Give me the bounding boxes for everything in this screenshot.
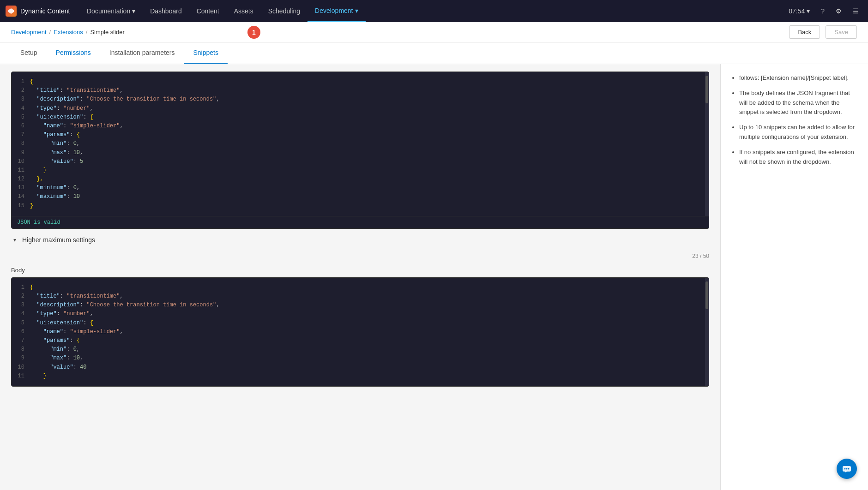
breadcrumb-actions: Back Save [789,25,857,39]
tab-snippets[interactable]: Snippets [184,42,227,64]
help-list: follows: [Extension name]/[Snippet label… [730,73,859,167]
line-numbers-1: 12345 678910 1112131415 [12,72,28,216]
nav-dashboard[interactable]: Dashboard [143,0,189,22]
section-toggle-icon: ▾ [11,236,18,244]
help-item-3: Up to 10 snippets can be added to allow … [739,123,859,142]
tabs-bar: Setup Permissions Installation parameter… [0,42,868,64]
code-text-1: { "title": "transitiontime", "descriptio… [28,72,705,216]
json-valid-message-1: JSON is valid [12,216,709,228]
svg-point-2 [844,468,846,470]
nav-assets[interactable]: Assets [227,0,261,22]
breadcrumb-current: Simple slider [90,29,124,36]
help-icon: ? [821,7,825,15]
user-icon: ☰ [853,7,859,15]
tab-setup[interactable]: Setup [11,42,47,64]
scrollbar-thumb-2 [705,281,708,309]
nav-right-section: 07:54 ▾ ? ⚙ ☰ [785,7,862,15]
left-panel: 12345 678910 1112131415 { "title": "tran… [0,64,720,490]
section-title: Higher maximum settings [22,236,95,244]
main-content: 12345 678910 1112131415 { "title": "tran… [0,64,868,490]
app-title: Dynamic Content [20,7,70,15]
tab-permissions[interactable]: Permissions [47,42,100,64]
nav-settings[interactable]: ⚙ [832,7,845,15]
breadcrumb-sep-1: / [49,29,51,36]
chevron-down-icon: ▾ [807,7,810,15]
nav-development[interactable]: Development ▾ [307,0,366,22]
nav-user[interactable]: ☰ [849,7,862,15]
code-scrollbar-2[interactable] [705,278,709,386]
gear-icon: ⚙ [836,7,842,15]
app-logo[interactable]: Dynamic Content [6,6,79,17]
help-item-4: If no snippets are configured, the exten… [739,148,859,167]
chevron-down-icon: ▾ [355,7,358,14]
chatbot-button[interactable] [837,459,857,479]
help-item-2: The body defines the JSON fragment that … [739,89,859,117]
breadcrumb-sep-2: / [86,29,88,36]
right-panel: follows: [Extension name]/[Snippet label… [720,64,868,490]
section-higher-maximum[interactable]: ▾ Higher maximum settings [0,229,720,251]
line-numbers-2: 12345 678910 11 [12,278,28,386]
char-count: 23 / 50 [0,251,720,263]
breadcrumb-extensions[interactable]: Extensions [54,29,83,36]
nav-help[interactable]: ? [817,7,828,15]
nav-scheduling[interactable]: Scheduling [261,0,307,22]
scrollbar-thumb-1 [705,76,708,103]
tab-installation-parameters[interactable]: Installation parameters [100,42,184,64]
nav-content[interactable]: Content [189,0,227,22]
logo-icon [6,6,17,17]
breadcrumb-development[interactable]: Development [11,29,47,36]
top-navigation: Dynamic Content Documentation ▾ Dashboar… [0,0,868,22]
back-button[interactable]: Back [789,25,820,39]
help-item-1: follows: [Extension name]/[Snippet label… [739,73,859,83]
breadcrumb: Development / Extensions / Simple slider [11,29,125,36]
nav-documentation[interactable]: Documentation ▾ [79,0,143,22]
tooltip-badge: 1 [247,26,260,39]
body-label: Body [0,263,720,275]
code-editor-1[interactable]: 12345 678910 1112131415 { "title": "tran… [11,72,709,229]
svg-marker-0 [8,8,14,14]
nav-time[interactable]: 07:54 ▾ [785,7,814,15]
code-editor-2[interactable]: 12345 678910 11 { "title": "transitionti… [11,277,709,387]
code-scrollbar-1[interactable] [705,72,709,216]
chevron-down-icon: ▾ [132,7,135,15]
save-button[interactable]: Save [826,25,857,39]
breadcrumb-bar: Development / Extensions / Simple slider… [0,22,868,42]
svg-point-4 [848,468,850,470]
svg-point-3 [846,468,848,470]
code-text-2: { "title": "transitiontime", "descriptio… [28,278,705,386]
